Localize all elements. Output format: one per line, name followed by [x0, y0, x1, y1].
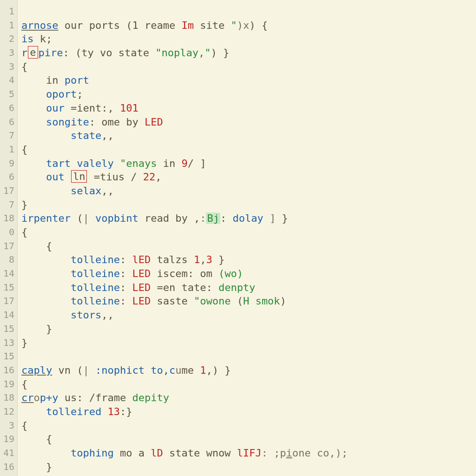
code-line[interactable]: { [21, 225, 476, 239]
code-token: :nophict to,c [89, 364, 175, 376]
code-line[interactable]: } [21, 460, 476, 474]
code-line[interactable]: is k; [21, 32, 476, 46]
code-line[interactable]: { [21, 432, 476, 446]
code-token: r [21, 47, 27, 59]
code-token: cr [21, 392, 34, 403]
code-token: } [276, 212, 288, 224]
line-number: 15 [0, 322, 17, 336]
code-line[interactable]: stors,, [21, 308, 476, 322]
line-number: 13 [0, 336, 17, 350]
code-token: tophing [71, 447, 114, 459]
code-line[interactable]: tolleine: lED talzs 1,3 } [21, 253, 476, 267]
code-token: 9 [181, 158, 187, 169]
code-line[interactable]: selax,, [21, 184, 476, 198]
line-number: 6 [0, 170, 17, 184]
code-line[interactable]: { [21, 239, 476, 253]
code-token: us: /frame [59, 392, 132, 403]
code-token: { [21, 433, 52, 445]
code-line[interactable]: tolleine: LED iscem: om (wo) [21, 267, 476, 281]
code-token: selax [71, 185, 101, 197]
code-token: (wo) [218, 268, 243, 279]
code-line[interactable]: crop+y us: /frame depity [21, 391, 476, 405]
code-token: songite [46, 116, 89, 128]
code-line[interactable]: } [21, 198, 476, 212]
code-token [21, 116, 46, 128]
line-number: 19 [0, 432, 17, 446]
code-line[interactable]: } [21, 336, 476, 350]
code-token: ) [280, 295, 286, 307]
code-line[interactable]: { [21, 377, 476, 391]
code-line[interactable]: tart valely "enays in 9/ ] [21, 157, 476, 171]
code-area[interactable]: arnose our ports (1 reame Im site ")x) {… [18, 0, 476, 476]
code-line[interactable]: tolleired 13:} [21, 405, 476, 419]
code-token: : [120, 282, 132, 293]
code-token: "owone [194, 295, 231, 307]
code-token: our [46, 102, 65, 114]
code-token: our ports [58, 20, 126, 31]
line-number: 3 [0, 46, 17, 60]
code-token: site [194, 20, 231, 31]
code-token: =tius / [87, 171, 143, 183]
code-line[interactable]: tolleine: LED =en tate: denpty [21, 281, 476, 295]
code-line[interactable]: out ln =tius / 22, [21, 170, 476, 184]
code-line[interactable]: oport; [21, 87, 476, 101]
code-token: dolay [232, 212, 263, 224]
code-token: iscem: om [151, 268, 218, 279]
line-number: 17 [0, 184, 17, 198]
code-token [89, 212, 95, 224]
code-token: tolleine [71, 254, 120, 265]
code-token: { [21, 226, 27, 238]
code-token [21, 102, 46, 114]
code-token: } [212, 254, 225, 265]
line-number: 3 [0, 60, 17, 74]
code-token: ( [231, 295, 243, 307]
code-line[interactable]: { [21, 60, 476, 74]
code-token: { [21, 378, 27, 390]
line-number: 4 [0, 73, 17, 87]
code-line[interactable] [21, 350, 476, 364]
code-token: } [21, 461, 52, 473]
code-editor[interactable]: 1123345667196177180178141517141513151619… [0, 0, 476, 476]
code-line[interactable]: irpenter (| vopbint read by ,:Bj: dolay … [21, 212, 476, 225]
code-token: { [21, 240, 52, 252]
code-token: 1 reame [132, 20, 181, 31]
code-line[interactable]: our =ient:, 101 [21, 101, 476, 115]
code-token: mo a [114, 447, 151, 459]
code-token [21, 268, 71, 279]
code-line[interactable]: repire: (ty vo state "noplay,") } [21, 46, 476, 60]
code-line[interactable]: arnose our ports (1 reame Im site ")x) { [21, 19, 476, 33]
code-token: ,, [101, 130, 114, 141]
code-line[interactable]: tophing mo a lD state wnow lIFJ: ;pione … [21, 446, 476, 460]
code-token [21, 171, 46, 183]
line-number: 7 [0, 198, 17, 212]
code-token: } [21, 199, 27, 211]
code-token [21, 309, 71, 321]
code-line[interactable]: { [21, 419, 476, 433]
code-token: Bj [206, 212, 220, 224]
code-token: is [21, 33, 34, 45]
line-number: 14 [0, 308, 17, 322]
code-token: , [155, 171, 161, 183]
code-token: arnose [21, 20, 58, 31]
code-token: p+y [40, 392, 59, 403]
code-token: in [157, 158, 181, 169]
code-token: =ient:, [65, 102, 120, 114]
code-line[interactable]: state,, [21, 129, 476, 143]
code-line[interactable]: tolleine: LED saste "owone (H smok) [21, 294, 476, 308]
code-line[interactable]: songite: ome by LED [21, 115, 476, 129]
code-token [21, 158, 46, 169]
code-token: tolleine [71, 295, 120, 307]
code-line[interactable]: { [21, 143, 476, 157]
code-line[interactable]: caply vn (| :nophict to,cume 1,) } [21, 364, 476, 377]
code-line[interactable] [21, 5, 476, 19]
line-number: 1 [0, 143, 17, 157]
code-line[interactable]: in port [21, 73, 476, 87]
code-token: o [34, 392, 40, 403]
line-number: 6 [0, 115, 17, 129]
code-token: stors [71, 309, 101, 321]
code-token: ) [237, 20, 243, 31]
code-token: ] [270, 212, 276, 224]
code-line[interactable]: } [21, 322, 476, 336]
line-number: 17 [0, 294, 17, 308]
code-line[interactable]: } [21, 474, 476, 476]
